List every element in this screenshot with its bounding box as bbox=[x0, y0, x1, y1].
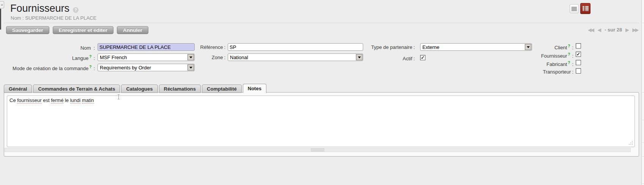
save-button[interactable]: Sauvegarder bbox=[6, 26, 49, 34]
mode-creation-select[interactable]: Requirements by Order bbox=[98, 64, 195, 71]
notes-resize-handle[interactable] bbox=[5, 148, 631, 152]
drag-grip-icon bbox=[311, 149, 324, 151]
tab-commandes-terrain-achats[interactable]: Commandes de Terrain & Achats bbox=[33, 85, 120, 93]
type-partenaire-label: Type de partenaire: bbox=[353, 44, 415, 50]
client-label: Client?: bbox=[495, 44, 573, 50]
fournisseur-checkbox[interactable]: ✓ bbox=[576, 52, 581, 57]
langue-label: Langue?: bbox=[4, 55, 95, 61]
notebook-tabs: Général Commandes de Terrain & Achats Ca… bbox=[4, 84, 268, 93]
reference-label: Référence: bbox=[171, 44, 225, 50]
sidebar-expand-handle[interactable]: » bbox=[0, 1, 4, 8]
fabricant-checkbox[interactable] bbox=[576, 60, 581, 65]
tab-comptabilite[interactable]: Comptabilité bbox=[202, 85, 242, 93]
chevron-down-icon[interactable] bbox=[187, 64, 194, 71]
right-collapsed-rail bbox=[641, 0, 644, 185]
notes-textarea[interactable]: Ce fournisseur est fermé le lundi matin bbox=[7, 96, 635, 147]
prev-record-button[interactable]: ◀ bbox=[598, 27, 601, 33]
header-divider bbox=[4, 23, 639, 23]
zone-label: Zone: bbox=[171, 55, 225, 60]
last-record-button[interactable]: ▶▶ bbox=[633, 27, 639, 33]
next-record-button[interactable]: ▶ bbox=[625, 27, 629, 33]
list-view-icon bbox=[572, 7, 577, 11]
save-edit-button[interactable]: Enregistrer et éditer bbox=[53, 26, 113, 34]
sidebar-edge-bar bbox=[0, 9, 1, 30]
notes-text: Ce fournisseur est fermé le lundi matin bbox=[9, 97, 94, 103]
fournisseur-label: Fournisseur?: bbox=[495, 52, 573, 59]
record-counter: - sur 28 bbox=[605, 27, 622, 33]
toolbar: Sauvegarder Enregistrer et éditer Annule… bbox=[6, 26, 148, 34]
record-subtitle: Nom : SUPERMARCHE DE LA PLACE bbox=[11, 15, 96, 21]
zone-select[interactable]: National bbox=[228, 53, 363, 61]
cancel-button[interactable]: Annuler bbox=[117, 26, 148, 34]
transporteur-checkbox[interactable] bbox=[576, 68, 581, 74]
reference-input[interactable] bbox=[228, 43, 363, 51]
tab-notes[interactable]: Notes bbox=[243, 84, 266, 93]
form-view-button[interactable] bbox=[580, 3, 590, 14]
actif-label: Actif: bbox=[353, 56, 415, 61]
page-title: Fournisseurs bbox=[10, 3, 69, 14]
mode-creation-label: Mode de création de la commande?: bbox=[4, 65, 95, 71]
textarea-resize-grip-icon[interactable] bbox=[632, 144, 633, 145]
form-view-icon bbox=[583, 6, 589, 11]
first-record-button[interactable]: ◀◀ bbox=[588, 27, 594, 33]
transporteur-label: Transporteur: bbox=[495, 69, 573, 75]
tab-reclamations[interactable]: Réclamations bbox=[159, 85, 201, 93]
nom-label: Nom: bbox=[4, 44, 95, 51]
record-pagination: ◀◀ ◀ - sur 28 ▶ ▶▶ bbox=[588, 27, 639, 33]
client-checkbox[interactable] bbox=[576, 43, 581, 49]
list-view-button[interactable] bbox=[570, 4, 579, 13]
actif-checkbox[interactable]: ✓ bbox=[420, 55, 425, 60]
fabricant-label: Fabricant?: bbox=[495, 61, 573, 67]
help-icon[interactable]: ? bbox=[73, 7, 79, 13]
view-switcher bbox=[570, 3, 590, 14]
tab-general[interactable]: Général bbox=[4, 85, 32, 93]
fournisseurs-form-screen: » Fournisseurs ? Nom : SUPERMARCHE DE LA… bbox=[0, 0, 644, 185]
tab-catalogues[interactable]: Catalogues bbox=[121, 85, 157, 93]
